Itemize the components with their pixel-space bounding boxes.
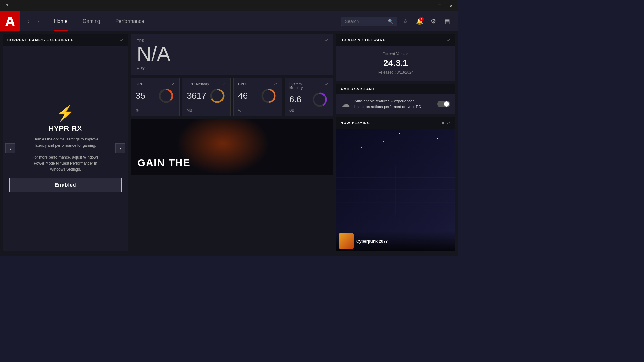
assistant-description: Auto-enable features & experiencesbased … [354, 98, 433, 110]
fps-unit: FPS [137, 66, 327, 71]
driver-version-value: 24.3.1 [383, 58, 408, 68]
driver-software-card: DRIVER & SOFTWARE ⤢ Current Version 24.3… [336, 34, 455, 81]
star-icon: ☆ [403, 18, 408, 25]
account-icon: ▤ [445, 18, 450, 25]
title-bar: ? — ❐ ✕ [0, 0, 458, 11]
system-memory-expand-icon[interactable]: ⤢ [325, 81, 329, 86]
close-button[interactable]: ✕ [447, 3, 455, 9]
game-card-expand-icon[interactable]: ⤢ [120, 37, 124, 42]
cpu-unit: % [238, 108, 277, 112]
notifications-button[interactable]: 🔔 2 [414, 16, 425, 27]
search-box[interactable]: 🔍 [341, 17, 397, 26]
gpu-memory-unit: MB [187, 108, 226, 112]
driver-card-title: DRIVER & SOFTWARE [341, 38, 386, 42]
system-memory-unit: GB [289, 108, 329, 112]
toggle-thumb [444, 101, 449, 107]
game-card-header: CURRENT GAME'S EXPERIENCE ⤢ [3, 34, 128, 46]
nav-arrows: ‹ › [20, 17, 47, 26]
right-column: DRIVER & SOFTWARE ⤢ Current Version 24.3… [336, 34, 455, 251]
gpu-memory-label: GPU Memory [187, 82, 226, 86]
feature-name: HYPR-RX [49, 124, 82, 133]
nav-tabs: Home Gaming Performance [47, 11, 152, 31]
gpu-memory-value: 3617 [187, 91, 206, 101]
forward-button[interactable]: › [34, 17, 43, 26]
driver-card-header: DRIVER & SOFTWARE ⤢ [336, 34, 455, 46]
gpu-memory-metric-card: ⤢ GPU Memory 3617 MB [182, 78, 231, 116]
driver-card-content: Current Version 24.3.1 Released : 3/13/2… [336, 46, 455, 81]
fps-value: N/A [137, 44, 327, 64]
middle-column: FPS N/A FPS ⤢ ⤢ GPU 35 [131, 34, 333, 251]
cloud-icon: ☁ [341, 99, 350, 109]
now-playing-expand-icon[interactable]: ⤢ [447, 120, 451, 125]
slide-left-button[interactable]: ‹ [5, 143, 15, 153]
main-content: CURRENT GAME'S EXPERIENCE ⤢ ‹ › ⚡ HYPR-R… [0, 31, 458, 256]
cpu-metric-card: ⤢ CPU 46 % [233, 78, 282, 116]
search-icon: 🔍 [388, 19, 393, 24]
bolt-icon: ⚡ [56, 104, 75, 122]
settings-button[interactable]: ⚙ [428, 16, 439, 27]
system-memory-metric-card: ⤢ SystemMemory 6.6 GB [285, 78, 333, 116]
game-thumb-row: Cyberpunk 2077 [336, 231, 455, 251]
feature-description: Enables the optimal settings to improve … [32, 136, 98, 173]
fps-label: FPS [137, 39, 327, 42]
game-card-content: ‹ › ⚡ HYPR-RX Enables the optimal settin… [3, 46, 128, 251]
now-playing-card: NOW PLAYING ⤢ [336, 117, 455, 251]
banner-text: GAIN THE [137, 157, 191, 169]
gpu-label: GPU [136, 82, 175, 86]
driver-expand-icon[interactable]: ⤢ [447, 37, 451, 42]
assistant-card-header: AMD ASSISTANT [336, 84, 455, 94]
gpu-expand-icon[interactable]: ⤢ [171, 81, 175, 86]
gpu-unit: % [136, 108, 175, 112]
gpu-donut [157, 87, 175, 105]
nav-actions: 🔍 ☆ 🔔 2 ⚙ ▤ [336, 16, 458, 27]
maximize-button[interactable]: ❐ [435, 3, 444, 9]
system-memory-value: 6.6 [289, 95, 302, 105]
help-icon[interactable]: ? [3, 3, 11, 9]
metrics-row: ⤢ GPU 35 % ⤢ GPU [131, 78, 333, 116]
enabled-button[interactable]: Enabled [9, 178, 122, 192]
gear-icon: ⚙ [431, 18, 436, 25]
now-playing-header: NOW PLAYING ⤢ [336, 117, 455, 129]
notification-badge: 2 [419, 17, 424, 21]
bottom-banner: GAIN THE [131, 119, 333, 175]
cpu-expand-icon[interactable]: ⤢ [274, 81, 277, 86]
cpu-value: 46 [238, 91, 248, 101]
gpu-value: 35 [136, 91, 145, 101]
cpu-donut [260, 87, 277, 105]
driver-release-date: Released : 3/13/2024 [378, 70, 414, 74]
tab-home[interactable]: Home [47, 11, 75, 31]
now-playing-dot [442, 122, 444, 124]
gpu-memory-expand-icon[interactable]: ⤢ [222, 81, 226, 86]
nav-bar: ‹ › Home Gaming Performance 🔍 ☆ 🔔 2 ⚙ ▤ [0, 11, 458, 31]
game-thumbnail [339, 233, 354, 249]
tab-performance[interactable]: Performance [108, 11, 152, 31]
gpu-metric-card: ⤢ GPU 35 % [131, 78, 180, 116]
game-experience-card: CURRENT GAME'S EXPERIENCE ⤢ ‹ › ⚡ HYPR-R… [3, 34, 128, 251]
assistant-card-content: ☁ Auto-enable features & experiencesbase… [336, 94, 455, 114]
assistant-toggle[interactable] [437, 101, 450, 107]
favorites-button[interactable]: ☆ [400, 16, 411, 27]
fps-expand-icon[interactable]: ⤢ [325, 37, 329, 42]
game-title: Cyberpunk 2077 [356, 239, 388, 244]
cpu-label: CPU [238, 82, 277, 86]
fps-card: FPS N/A FPS ⤢ [131, 34, 333, 75]
gpu-memory-donut [208, 87, 226, 105]
amd-assistant-card: AMD ASSISTANT ☁ Auto-enable features & e… [336, 84, 455, 114]
tab-gaming[interactable]: Gaming [75, 11, 108, 31]
left-column: CURRENT GAME'S EXPERIENCE ⤢ ‹ › ⚡ HYPR-R… [3, 34, 128, 251]
now-playing-content: Cyberpunk 2077 [336, 129, 455, 251]
system-memory-donut [311, 91, 329, 108]
now-playing-title: NOW PLAYING [341, 121, 370, 125]
system-memory-label: SystemMemory [289, 82, 329, 90]
driver-version-label: Current Version [382, 52, 408, 56]
minimize-button[interactable]: — [424, 3, 433, 9]
game-card-title: CURRENT GAME'S EXPERIENCE [7, 38, 74, 42]
slide-right-button[interactable]: › [115, 143, 125, 153]
assistant-card-title: AMD ASSISTANT [341, 87, 375, 91]
back-button[interactable]: ‹ [24, 17, 33, 26]
search-input[interactable] [345, 19, 386, 24]
account-button[interactable]: ▤ [441, 16, 453, 27]
amd-logo [0, 11, 20, 31]
